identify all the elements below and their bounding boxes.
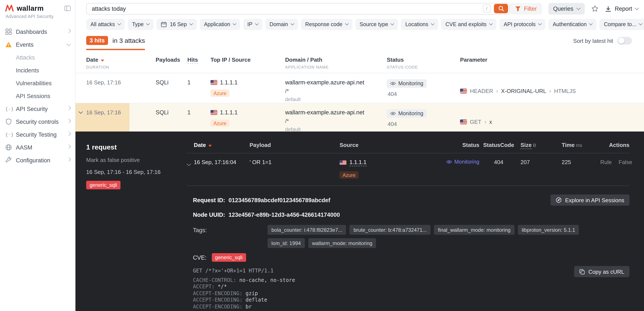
sort-toggle[interactable] [618,37,632,44]
logo-row: wallarm [0,0,75,12]
attack-domain: wallarm-example.azure-api.net /* default [285,109,387,134]
download-icon [605,5,612,12]
tag-chip[interactable]: libproton_version: 5.1.1 [518,225,579,235]
attack-date: 16 Sep, 17:16 [86,109,156,134]
tag-chip[interactable]: lom_id: 1994 [268,238,305,248]
sidebar-item-label: API Security [16,106,48,112]
filter-chip-all-attacks[interactable]: All attacks [86,19,125,30]
filter-chip-source-type[interactable]: Source type [355,19,398,30]
sidebar-item-configuration[interactable]: Configuration [0,154,75,167]
sidebar-subitem-api-sessions[interactable]: API Sessions [0,89,75,102]
sort-desc-icon [208,145,212,147]
braces-dot-icon: {·} [5,132,12,137]
sidebar-item-label: Security Testing [16,131,56,138]
chip-label: 16 Sep [170,21,187,27]
sidebar-subitem-label: Vulnerabilities [16,80,52,86]
request-payload: ' OR 1=1 [250,159,340,165]
col-date[interactable]: Date [194,142,250,148]
monitoring-badge: Monitoring [387,109,427,118]
col-top-ip-source: Top IP / Source [210,56,285,69]
sidebar-item-label: Events [16,41,34,48]
source-ip[interactable]: 1.1.1.1 [220,79,238,86]
filter-chip-response-code[interactable]: Response code [301,19,352,30]
action-rule[interactable]: Rule [600,159,612,165]
source-tag-azure[interactable]: Azure [210,119,230,127]
report-button[interactable]: Report [605,5,638,12]
source-ip[interactable]: 1.1.1.1 [350,159,366,166]
col-payload: Payload [250,142,340,148]
warning-icon [5,41,12,48]
attack-row[interactable]: 16 Sep, 17:16 SQLi 1 1.1.1.1 Azure walla… [76,73,644,103]
cve-tag[interactable]: generic_sqli [212,253,246,262]
sort-desc-icon [101,59,104,62]
filter-chip-api-protocols[interactable]: API protocols [500,19,546,30]
sidebar-item-aasm[interactable]: AASM [0,141,75,154]
source-tag-azure[interactable]: Azure [340,171,358,179]
filter-chips-row: All attacks Type 16 Sep Application IP D… [76,17,644,30]
sidebar-subitem-incidents[interactable]: Incidents [0,64,75,77]
sidebar-item-security-testing[interactable]: {·} Security Testing [0,128,75,141]
filter-chip-authentication[interactable]: Authentication [548,19,596,30]
search-input[interactable] [92,5,479,12]
col-date[interactable]: DateDURATION [86,56,156,69]
sidebar-item-events[interactable]: Events [0,38,75,51]
row-expander-icon[interactable] [187,162,190,165]
domain-path: /* [285,118,387,124]
search-button[interactable] [494,4,508,13]
filter-chip-compare-to[interactable]: Compare to... [600,19,644,30]
filter-chip-locations[interactable]: Locations [401,19,438,30]
action-false[interactable]: False [619,159,632,165]
request-meta: Request ID: 0123456789abcdef0123456789ab… [193,195,630,262]
chip-label: Locations [406,21,428,27]
filter-chip-cve-exploits[interactable]: CVE and exploits [441,19,496,30]
queries-button[interactable]: Queries [548,3,585,14]
chip-label: CVE and exploits [446,21,487,27]
request-id-row: Request ID: 0123456789abcdef0123456789ab… [193,195,630,206]
tag-chip[interactable]: final_wallarm_mode: monitoring [434,225,514,235]
chevron-down-icon [489,22,493,25]
sidebar-item-api-security[interactable]: {-} API Security [0,102,75,115]
mark-false-positive-link[interactable]: Mark as false positive [86,157,178,163]
col-application-name: APPLICATION NAME [285,65,387,69]
tag-chip[interactable]: bola_counter: i:478:f82823e7... [268,225,346,235]
sidebar: wallarm Advanced API Security Dashboards… [0,0,76,311]
collapse-sidebar-icon[interactable] [64,5,71,11]
status-code: 404 [388,121,460,127]
col-hits: Hits [187,56,210,69]
chevron-down-icon [589,22,593,25]
details-summary: 1 request Mark as false positive 16 Sep,… [86,143,178,189]
sidebar-subitem-vulnerabilities[interactable]: Vulnerabilities [0,77,75,89]
filter-chip-ip[interactable]: IP [243,19,262,30]
filter-chip-domain[interactable]: Domain [265,19,298,30]
attack-type-tag[interactable]: generic_sqli [86,181,120,189]
hits-suffix: in 3 attacks [112,37,145,44]
star-icon[interactable] [591,5,598,12]
request-row[interactable]: 16 Sep, 17:16:04 ' OR 1=1 1.1.1.1 Azure … [187,153,630,186]
search-box[interactable]: / [86,3,510,14]
tag-chip[interactable]: brute_counter: b:478:a732471... [350,225,431,235]
source-tag-azure[interactable]: Azure [210,89,230,97]
sort-label: Sort by latest hit [573,37,613,44]
filter-chip-type[interactable]: Type [128,19,154,30]
sidebar-item-security-controls[interactable]: Security controls [0,115,75,128]
filter-button[interactable]: Filter [510,3,542,14]
sidebar-item-label: Security controls [16,118,59,125]
chip-label: API protocols [504,21,536,27]
chevron-down-icon [577,6,580,10]
source-ip[interactable]: 1.1.1.1 [220,109,238,116]
monitoring-badge: Monitoring [387,79,427,88]
explore-api-sessions-button[interactable]: Explore in API Sessions [550,195,630,206]
filter-chip-application[interactable]: Application [200,19,240,30]
hits-tab[interactable]: 3 hits in 3 attacks [86,36,145,50]
attack-row-expanded[interactable]: 16 Sep, 17:16 SQLi 1 1.1.1.1 Azure walla… [76,103,644,134]
filter-chip-date[interactable]: 16 Sep [156,19,196,30]
row-expander-icon[interactable] [79,109,82,113]
chip-label: Response code [305,21,342,27]
sidebar-item-dashboards[interactable]: Dashboards [0,25,75,38]
sidebar-subitem-attacks[interactable]: Attacks [0,51,75,64]
tag-chip[interactable]: wallarm_mode: monitoring [308,238,376,248]
funnel-icon [515,6,521,11]
chevron-down-icon [538,22,542,25]
copy-as-curl-button[interactable]: Copy as cURL [574,266,630,277]
col-status-code: STATUS CODE [387,65,460,69]
